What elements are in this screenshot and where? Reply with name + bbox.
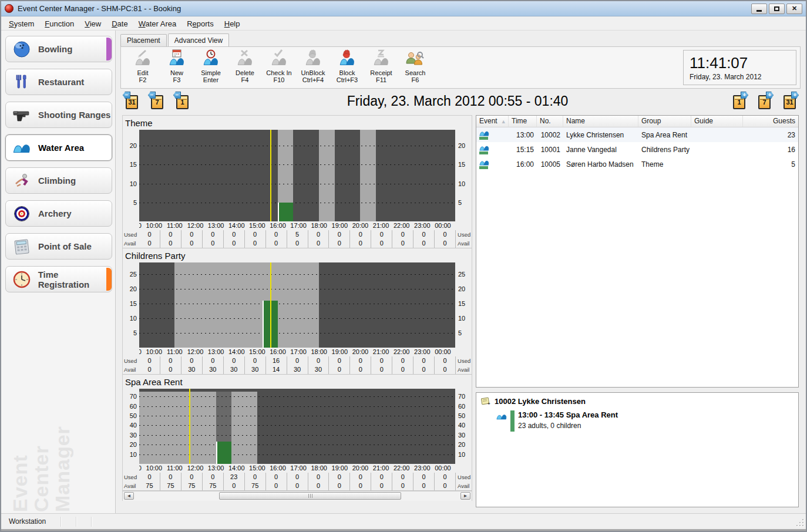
svg-text:+: + [487,401,490,406]
booking-detail-panel: + 10002 Lykke Christensen 13:00 - 13:45 … [476,392,799,507]
cell-no: 10002 [537,131,563,139]
sidebar-item-archery[interactable]: Archery [5,200,112,227]
minimize-button[interactable] [751,4,767,14]
resize-grip[interactable] [796,519,804,527]
tab-placement[interactable]: Placement [120,34,167,46]
sidebar-item-water-area[interactable]: Water Area [5,134,112,161]
cell-name: Søren Harbo Madsen [563,160,638,169]
menu-system[interactable]: System [4,18,39,30]
tab-strip: PlacementAdvanced View [120,34,230,46]
column-header-group[interactable]: Group [638,116,691,127]
used-row: Used000000050000000Used [123,230,472,239]
new-button[interactable]: NewF3 [160,49,194,86]
column-header-guests[interactable]: Guests [743,116,798,127]
search-button[interactable]: SearchF6 [398,49,432,86]
sidebar-item-label: Shooting Ranges [38,110,110,120]
scrollbar-thumb[interactable] [219,492,401,500]
block-button[interactable]: BlockCtrl+F3 [330,49,364,86]
clock-icon [201,50,221,68]
note-add-icon: + [481,397,491,406]
event-row[interactable]: 15:15 10001 Janne Vangedal Childrens Par… [476,142,798,157]
sidebar-item-point-of-sale[interactable]: Point of Sale [5,233,112,260]
sidebar-item-label: Archery [38,208,72,218]
chart-theme: Theme5101520510152009:0010:0011:0012:001… [123,116,472,248]
cell-group: Childrens Party [638,146,691,154]
column-header-event[interactable]: Event▲ [476,116,509,127]
forward-7-days-button[interactable]: +7 [757,93,772,110]
event-row[interactable]: 13:00 10002 Lykke Christensen Spa Area R… [476,127,798,142]
menu-reports[interactable]: Reports [181,18,219,30]
toolbar: EditF2 NewF3 SimpleEnter DeleteF4 Check … [120,46,801,89]
back-31-days-button[interactable]: −31 [125,93,139,110]
delete-icon [235,50,255,68]
back-7-days-button[interactable]: −7 [150,93,164,110]
menu-help[interactable]: Help [219,18,246,30]
menu-view[interactable]: View [79,18,106,30]
sidebar-item-bowling[interactable]: Bowling [5,36,112,62]
cell-guests: 23 [743,131,798,139]
column-header-name[interactable]: Name [563,116,638,127]
forward-31-days-button[interactable]: +31 [782,93,797,110]
scrollbar-track[interactable] [134,492,460,500]
unblock-button[interactable]: UnBlockCtrl+F4 [296,49,330,86]
menu-bar: SystemFunctionViewDateWater AreaReportsH… [1,17,806,31]
check-in-button[interactable]: Check InF10 [262,49,296,86]
sidebar-item-restaurant[interactable]: Restaurant [5,69,112,95]
bowling-icon [12,41,31,58]
avail-row: Avail75757575075000000000Avail [123,482,472,490]
cell-group: Theme [638,160,691,169]
delete-button[interactable]: DeleteF4 [228,49,262,86]
charts-horizontal-scrollbar[interactable]: ◄ ► [123,491,472,501]
sidebar-item-label: Bowling [38,44,72,54]
clock-panel: 11:41:07 Friday, 23. March 2012 [683,50,796,85]
water-area-icon [496,412,507,432]
water-area-event-icon [476,160,509,169]
date-navigation: −31−7−1 Friday, 23. March 2012 00:55 - 0… [120,92,801,114]
edit-icon [133,50,153,68]
app-icon [5,4,14,13]
chart-plot[interactable] [139,389,455,464]
menu-date[interactable]: Date [106,18,133,30]
chart-plot[interactable] [139,262,455,348]
column-header-time[interactable]: Time [509,116,537,127]
climbing-icon [12,172,31,190]
archery-icon [12,205,31,223]
chart-plot[interactable] [139,130,455,221]
close-button[interactable]: ✕ [786,4,802,14]
receipt-button[interactable]: ReceiptF11 [364,49,398,86]
sidebar-item-shooting-ranges[interactable]: Shooting Ranges [5,102,112,128]
time-cursor [189,389,190,464]
forward-1-days-button[interactable]: +1 [732,93,747,110]
booking-bar[interactable] [278,203,293,221]
maximize-button[interactable] [769,4,785,14]
cell-guests: 5 [743,160,798,169]
shooting-icon [12,107,31,123]
menu-water-area[interactable]: Water Area [133,18,182,30]
sidebar-item-label: Point of Sale [38,241,92,251]
cell-time: 16:00 [509,160,537,169]
restaurant-icon [12,73,31,91]
sidebar-item-time-registration[interactable]: Time Registration [5,266,112,292]
event-row[interactable]: 16:00 10005 Søren Harbo Madsen Theme 5 [476,157,798,171]
scroll-left-button[interactable]: ◄ [124,492,134,500]
edit-button[interactable]: EditF2 [126,49,160,86]
window-title: Event Center Manager - SHM-PC:81 - - Boo… [18,4,181,13]
avail-row: Avail000000000000000Avail [123,239,472,248]
sidebar-item-label: Climbing [38,176,76,186]
menu-function[interactable]: Function [39,18,79,30]
simple-button[interactable]: SimpleEnter [194,49,228,86]
date-range-title: Friday, 23. March 2012 00:55 - 01:40 [191,93,724,109]
timereg-icon [12,271,31,288]
cell-name: Lykke Christensen [563,131,638,139]
booking-bar[interactable] [216,442,231,464]
scroll-right-button[interactable]: ► [460,492,470,500]
column-header-no[interactable]: No. [537,116,563,127]
chart-childrens-party: Childrens Party51015202551015202509:0010… [123,248,472,375]
tab-advanced-view[interactable]: Advanced View [168,33,230,46]
cell-name: Janne Vangedal [563,146,638,154]
cell-guests: 16 [743,146,798,154]
sidebar-item-climbing[interactable]: Climbing [5,167,112,194]
back-1-days-button[interactable]: −1 [175,93,190,110]
column-header-guide[interactable]: Guide [691,116,743,127]
cell-no: 10005 [537,160,563,169]
